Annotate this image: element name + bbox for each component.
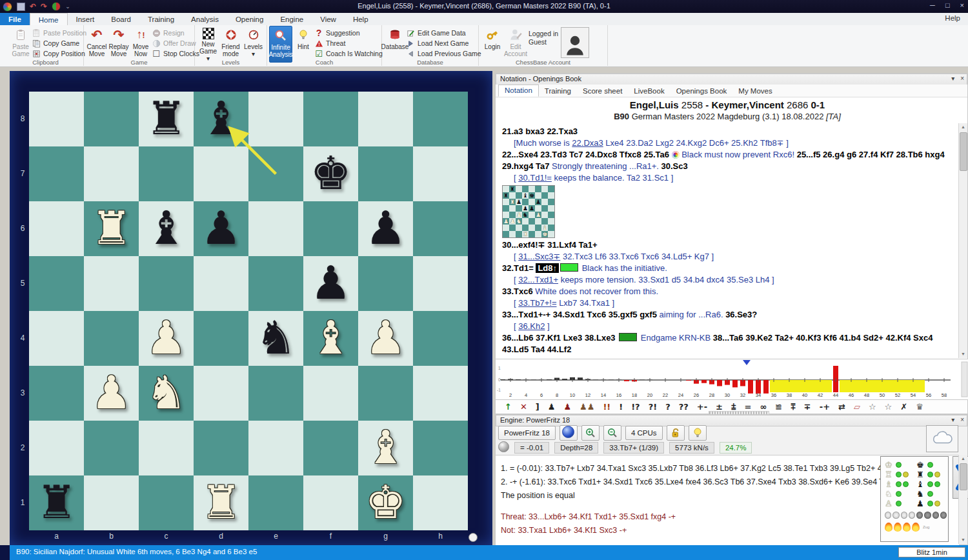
mainline-row[interactable]: 33.Txc6 White does not recover from this… (502, 286, 956, 297)
edit-game-data-button[interactable]: Edit Game Data (406, 28, 481, 37)
black-rook-c8[interactable]: ♜ (139, 92, 194, 146)
square-f2[interactable] (303, 421, 358, 475)
symbol-pawn-pair[interactable]: ♟♟ (580, 402, 594, 412)
variation-text[interactable]: Lxe4 23.Da2 Lxg2 24.Kxg2 Dc6+ 25.Kh2 Tfb… (603, 138, 789, 148)
variation-move-underlined[interactable]: 30.Td1!= (518, 173, 552, 183)
symbol-initiative-up-arrow[interactable]: ↑ (505, 402, 512, 412)
black-pawn-f6[interactable]: ♟ (535, 199, 541, 205)
white-rook-b6[interactable]: ♜ (84, 201, 139, 256)
variation-line[interactable]: [ 36.Kh2 ] (502, 321, 956, 332)
white-pawn-f4[interactable]: ♟ (535, 212, 541, 218)
variation-line[interactable]: [Much worse is 22.Dxa3 Lxe4 23.Da2 Lxg2 … (502, 137, 956, 149)
variation-move-underlined[interactable]: 22.Dxa3 (572, 138, 603, 148)
mainline-row[interactable]: 32.Td1= Ld8↑ Black has the initiative. (502, 263, 956, 274)
variation-text[interactable]: ] (545, 321, 549, 331)
symbol-mistake[interactable]: ? (665, 402, 671, 412)
mainline-row[interactable]: 33...Txd1+-+ 34.Sxd1 Txc6 35.gxf5 gxf5 a… (502, 309, 956, 321)
square-e3[interactable] (248, 366, 303, 421)
variation-line[interactable]: [ 31...Sxc3∓ 32.Txc3 Lf6 33.Txc6 Txc6 34… (502, 251, 956, 263)
friend-mode-button[interactable]: Friendmode (219, 26, 242, 61)
square-c1[interactable] (139, 475, 194, 530)
square-d3[interactable] (194, 366, 248, 421)
symbol-delete-mark[interactable]: ✗ (900, 402, 907, 412)
close-button[interactable]: × (960, 1, 964, 9)
white-knight-c3[interactable]: ♞ (139, 366, 194, 421)
square-g5[interactable] (358, 256, 413, 311)
square-b4[interactable] (84, 311, 139, 366)
black-pawn-c6[interactable]: ♟ (516, 199, 522, 205)
variation-move-underlined[interactable]: 36.Kh2 (518, 321, 545, 331)
square-a5[interactable] (29, 256, 84, 311)
black-rook-b8[interactable]: ♜ (509, 186, 516, 192)
suggestion-button[interactable]: ?Suggestion (314, 28, 383, 37)
load-next-game-button[interactable]: Load Next Game (406, 39, 481, 48)
square-e2[interactable] (248, 421, 303, 475)
square-h2[interactable] (413, 421, 468, 475)
move-text[interactable]: 33...Txd1+-+ 34.Sxd1 Txc6 35.gxf5 gxf5 (502, 310, 660, 319)
pane-collapse-icon[interactable]: ▾ (951, 74, 954, 83)
square-f3[interactable] (303, 366, 358, 421)
ribbon-tab-insert[interactable]: Insert (68, 13, 103, 25)
square-e5[interactable] (248, 256, 303, 311)
paste-position-button[interactable]: Paste Position (32, 28, 86, 37)
scrollbar-thumb[interactable] (960, 132, 967, 171)
square-e7[interactable] (248, 146, 303, 201)
tab-score-sheet[interactable]: Score sheet (577, 86, 628, 97)
account-avatar[interactable] (561, 27, 589, 58)
chess-board[interactable]: ♜♝♚♜♝♟♟♟♟♞♝♟♟♞♝♜♜♚ (29, 92, 468, 530)
move-text[interactable]: 33.Txc6 (502, 286, 535, 296)
white-king-g1[interactable]: ♚ (358, 475, 413, 530)
square-h7[interactable] (413, 146, 468, 201)
square-c5[interactable] (139, 256, 194, 311)
square-h5[interactable] (413, 256, 468, 311)
white-pawn-b3[interactable]: ♟ (509, 218, 516, 225)
move-text[interactable]: 36.Se3? (725, 310, 757, 319)
square-c2[interactable] (139, 421, 194, 475)
decrease-lines-icon[interactable] (603, 425, 621, 441)
variation-text[interactable]: [Much worse is (514, 138, 572, 148)
symbol-counterplay[interactable]: ⇄ (838, 402, 845, 412)
square-e8[interactable] (248, 92, 303, 146)
pane-close-icon[interactable]: × (960, 415, 964, 424)
black-rook-a1[interactable]: ♜ (29, 475, 84, 530)
square-h3[interactable] (413, 366, 468, 421)
square-d4[interactable] (194, 311, 248, 366)
symbol-blunder[interactable]: ?? (679, 402, 689, 412)
minimize-button[interactable]: ─ (930, 1, 935, 9)
increase-lines-icon[interactable] (581, 425, 600, 441)
white-pawn-b3[interactable]: ♟ (84, 366, 139, 421)
symbol-pawn-black[interactable]: ♟ (548, 402, 556, 412)
copy-position-button[interactable]: Copy Position (32, 49, 86, 58)
square-f6[interactable] (303, 201, 358, 256)
lock-icon[interactable] (667, 425, 685, 441)
black-pawn-g6[interactable]: ♟ (358, 201, 413, 256)
white-king-g1[interactable]: ♚ (541, 231, 548, 237)
login-button[interactable]: Login (481, 26, 504, 61)
white-rook-d1[interactable]: ♜ (522, 231, 529, 237)
white-pawn-a3[interactable]: ♟ (503, 218, 509, 225)
square-d7[interactable] (194, 146, 248, 201)
square-d2[interactable] (194, 421, 248, 475)
symbol-black-better[interactable]: ∓ (804, 402, 811, 412)
engine-switch-icon[interactable] (560, 425, 578, 441)
offer-draw-button[interactable]: Offer Draw (152, 39, 199, 48)
levels--button[interactable]: Levels▾ (242, 26, 265, 61)
engine-scrollbar[interactable]: ▲ ▼ (958, 455, 967, 544)
white-knight-c3[interactable]: ♞ (516, 218, 522, 225)
ribbon-tab-board[interactable]: Board (103, 13, 139, 25)
variation-text[interactable]: 32.Txc3 Lf6 33.Txc6 Txc6 34.Ld5+ Kg7 ] (560, 252, 714, 261)
mainline-row[interactable]: 30...exf4!∓ 31.Lxf4 Ta1+ (502, 239, 956, 251)
black-pawn-e5[interactable]: ♟ (529, 205, 535, 212)
black-pawn-d6[interactable]: ♟ (194, 201, 248, 256)
move-text[interactable]: 36...Lb6 37.Kf1 Lxe3 38.Lxe3 (502, 333, 618, 343)
hint-button[interactable]: Hint (292, 26, 314, 61)
move-text[interactable]: 21.a3 bxa3 22.Txa3 (502, 126, 578, 136)
square-a6[interactable] (29, 201, 84, 256)
cancel-move-button[interactable]: ↶CancelMove (86, 26, 108, 61)
pane-collapse-icon[interactable]: ▾ (951, 415, 954, 424)
black-knight-e4[interactable]: ♞ (248, 311, 303, 366)
scrollbar-thumb[interactable] (960, 463, 967, 490)
variation-move-underlined[interactable]: 33.Tb7+!= (518, 298, 556, 308)
symbol-dubious-move[interactable]: ?! (649, 402, 657, 412)
square-h4[interactable] (413, 311, 468, 366)
